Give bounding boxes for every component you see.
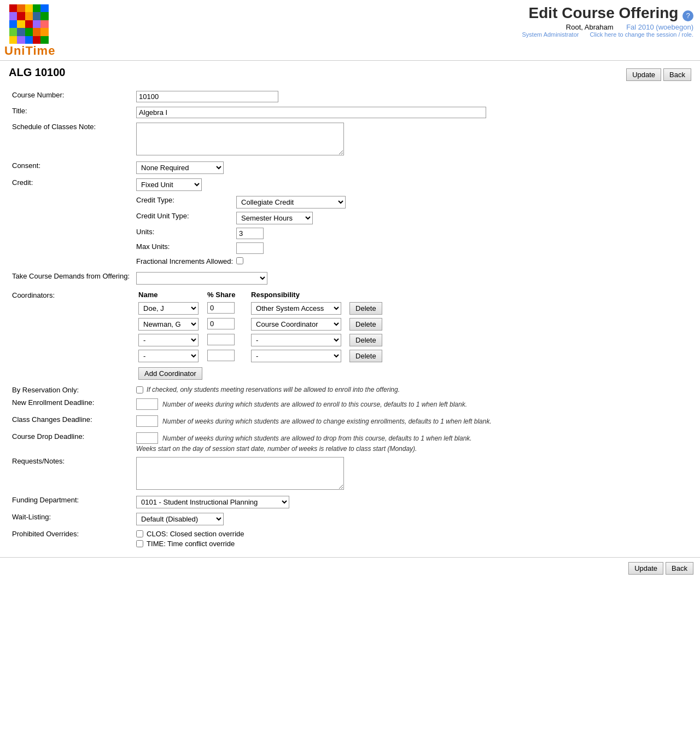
clos-checkbox[interactable] [136,530,143,537]
coordinator-responsibility-select-2[interactable]: Course Coordinator Other System Access - [251,318,341,331]
max-units-input[interactable] [236,242,264,254]
new-enrollment-input[interactable] [136,398,158,410]
coordinator-responsibility-select-3[interactable]: - Other System Access Course Coordinator [251,334,341,346]
coordinator-share-input-1[interactable] [207,302,235,314]
session-change-hint: Click here to change the session / role. [590,31,693,38]
course-number-label: Course Number: [9,89,133,105]
coordinator-row-1: Doe, J Newman, G - Other System Access [136,300,384,316]
course-alg-title: ALG 10100 [9,66,65,79]
col-name-header: Name [136,289,202,300]
class-changes-label: Class Changes Deadline: [9,413,133,430]
coordinator-row-4: - Doe, J Newman, G - Other System Acces [136,348,384,364]
title-input[interactable] [136,107,486,118]
units-input[interactable] [236,228,264,239]
course-number-input[interactable] [136,91,278,102]
coordinator-share-input-4[interactable] [207,350,235,361]
reservation-checkbox[interactable] [136,386,143,393]
user-name: Root, Abraham [566,23,614,31]
credit-select[interactable]: Fixed Unit Variable Arranged [136,178,202,191]
prohibited-overrides-label: Prohibited Overrides: [9,528,133,552]
coordinator-share-input-3[interactable] [207,334,235,345]
funding-label: Funding Department: [9,494,133,511]
time-checkbox[interactable] [136,540,143,547]
coordinator-name-select-4[interactable]: - Doe, J Newman, G [138,350,199,362]
course-drop-input[interactable] [136,432,158,444]
requests-textarea[interactable] [136,457,344,490]
fractional-label: Fractional Increments Allowed: [136,256,236,268]
col-share-header: % Share [202,289,246,300]
wait-listing-select[interactable]: Default (Disabled) Enabled Disabled [136,513,224,525]
coordinator-name-select-3[interactable]: - Doe, J Newman, G [138,334,199,346]
consent-label: Consent: [9,159,133,176]
clos-label: CLOS: Closed section override [147,530,244,538]
credit-unit-type-select[interactable]: Semester Hours Quarter Hours Other [236,212,313,224]
coordinator-responsibility-select-1[interactable]: Other System Access Course Coordinator - [251,302,341,315]
max-units-label: Max Units: [136,241,236,256]
consent-select[interactable]: None Required Instructor Consent Departm… [136,161,224,174]
col-responsibility-header: Responsibility [246,289,344,300]
coordinator-name-select-1[interactable]: Doe, J Newman, G - [138,302,199,315]
course-drop-note: Number of weeks during which students ar… [162,435,472,442]
new-enrollment-note: Number of weeks during which students ar… [162,401,467,408]
back-button-top[interactable]: Back [663,68,691,81]
title-label: Title: [9,105,133,120]
time-label: TIME: Time conflict override [147,540,235,548]
add-coordinator-button[interactable]: Add Coordinator [138,367,202,380]
take-course-select[interactable]: Option 1 Option 2 [136,272,267,285]
new-enrollment-label: New Enrollment Deadline: [9,396,133,413]
coordinator-responsibility-select-4[interactable]: - Other System Access Course Coordinator [251,350,341,362]
credit-type-select[interactable]: Collegiate Credit Continuing Education C… [236,196,346,209]
coordinator-share-input-2[interactable] [207,318,235,329]
class-changes-note: Number of weeks during which students ar… [162,418,492,425]
delete-button-4[interactable]: Delete [349,350,382,362]
session-link[interactable]: Fal 2010 (woebegon) [626,23,693,31]
wait-listing-label: Wait-Listing: [9,511,133,528]
schedule-note-textarea[interactable] [136,123,344,155]
update-button-bottom[interactable]: Update [628,562,663,575]
requests-label: Requests/Notes: [9,455,133,494]
take-course-label: Take Course Demands from Offering: [9,270,133,287]
weeks-note: Weeks start on the day of session start … [136,445,688,453]
units-label: Units: [136,226,236,241]
schedule-note-label: Schedule of Classes Note: [9,120,133,159]
delete-button-3[interactable]: Delete [349,334,382,346]
page-title: Edit Course Offering [529,4,679,21]
reservation-label: By Reservation Only: [9,384,133,396]
logo-text: UniTime [4,44,55,58]
credit-unit-type-label: Credit Unit Type: [136,210,236,226]
credit-type-label: Credit Type: [136,194,236,210]
reservation-note: If checked, only students meeting reserv… [147,386,400,393]
coordinator-name-select-2[interactable]: Newman, G Doe, J - [138,318,199,331]
help-icon[interactable]: ? [682,10,693,21]
user-role: System Administrator [522,31,579,38]
delete-button-2[interactable]: Delete [349,318,382,331]
coordinators-label: Coordinators: [9,287,133,384]
delete-button-1[interactable]: Delete [349,302,382,315]
funding-select[interactable]: 0101 - Student Instructional Planning Ot… [136,496,289,508]
coordinator-row-3: - Doe, J Newman, G - Other System Acces [136,332,384,348]
class-changes-input[interactable] [136,415,158,427]
back-button-bottom[interactable]: Back [666,562,693,575]
credit-label: Credit: [9,176,133,270]
update-button-top[interactable]: Update [626,68,661,81]
coordinator-row-2: Newman, G Doe, J - Course Coordinator O [136,316,384,332]
course-drop-label: Course Drop Deadline: [9,430,133,455]
fractional-checkbox[interactable] [236,257,243,264]
